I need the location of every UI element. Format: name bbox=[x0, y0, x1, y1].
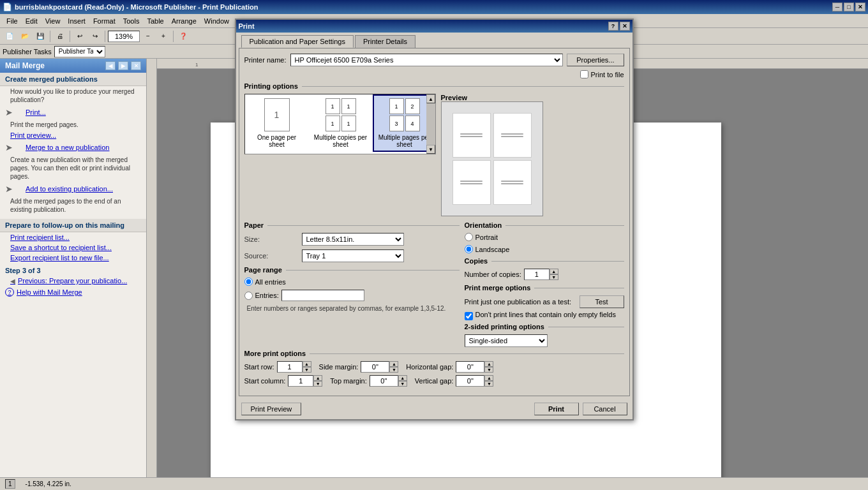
orientation-divider: Orientation bbox=[465, 221, 624, 229]
start-row-up[interactable]: ▲ bbox=[303, 361, 311, 367]
h-gap-down[interactable]: ▼ bbox=[484, 367, 493, 373]
v-gap-up[interactable]: ▲ bbox=[484, 375, 493, 381]
entries-hint: Enter numbers or ranges separated by com… bbox=[244, 305, 460, 312]
start-row-spinner: ▲ ▼ bbox=[277, 361, 311, 373]
landscape-radio[interactable] bbox=[465, 245, 473, 253]
tab-content-publication: Printer name: HP Officejet 6500 E709a Se… bbox=[239, 48, 630, 396]
print-to-file-checkbox[interactable] bbox=[580, 70, 588, 78]
print-to-file-row: Print to file bbox=[244, 70, 624, 78]
printer-name-select[interactable]: HP Officejet 6500 E709a Series bbox=[290, 54, 564, 66]
paper-source-select[interactable]: Tray 1 bbox=[302, 249, 404, 262]
print-option-one-page[interactable]: 1 One page per sheet bbox=[245, 94, 309, 152]
sided-title: 2-sided printing options bbox=[465, 323, 544, 330]
copies-input[interactable] bbox=[524, 269, 550, 280]
start-row-input[interactable] bbox=[277, 361, 303, 373]
preview-page-1 bbox=[453, 113, 491, 158]
copies-down-button[interactable]: ▼ bbox=[550, 274, 558, 280]
copies-spinner: ▲ ▼ bbox=[524, 269, 558, 280]
cancel-button[interactable]: Cancel bbox=[583, 403, 627, 415]
dialog-tabs: Publication and Paper Settings Printer D… bbox=[236, 33, 632, 48]
copies-group: Copies Number of copies: ▲ ▼ bbox=[465, 257, 624, 280]
print-option-multi-copy[interactable]: 1 1 1 1 Multiple copies per sheet bbox=[309, 94, 373, 152]
tab-printer-details[interactable]: Printer Details bbox=[355, 35, 415, 48]
preview-page-3 bbox=[453, 160, 491, 205]
top-margin-down[interactable]: ▼ bbox=[398, 381, 407, 387]
side-margin-label: Side margin: bbox=[319, 363, 359, 371]
entries-input[interactable] bbox=[281, 290, 364, 301]
all-entries-radio[interactable] bbox=[244, 278, 253, 286]
h-gap-label: Horizontal gap: bbox=[406, 363, 453, 371]
preview-label: Preview bbox=[441, 94, 620, 101]
sided-select[interactable]: Single-sided bbox=[465, 334, 548, 347]
paper-line bbox=[267, 225, 459, 226]
entries-label: Entries: bbox=[255, 292, 279, 299]
dialog-title-controls: ? ✕ bbox=[608, 22, 630, 31]
start-col-spinner: ▲ ▼ bbox=[288, 375, 322, 387]
h-gap-up[interactable]: ▲ bbox=[484, 361, 493, 367]
middle-section: Paper Size: Letter 8.5x11in. Source: bbox=[244, 221, 624, 347]
portrait-radio[interactable] bbox=[465, 233, 473, 241]
dialog-help-button[interactable]: ? bbox=[608, 22, 618, 31]
top-margin-btns: ▲ ▼ bbox=[398, 375, 407, 387]
dialog-close-button[interactable]: ✕ bbox=[620, 22, 630, 31]
copies-divider: Copies bbox=[465, 257, 624, 265]
printing-options-line bbox=[302, 86, 624, 87]
v-gap-down[interactable]: ▼ bbox=[484, 381, 493, 387]
scroll-down-button[interactable]: ▼ bbox=[426, 145, 435, 154]
printing-options-label: Printing options bbox=[244, 82, 298, 90]
top-margin-up[interactable]: ▲ bbox=[398, 375, 407, 381]
dialog-footer: Print Preview Print Cancel bbox=[236, 399, 632, 419]
print-merge-divider: Print merge options bbox=[465, 284, 624, 292]
tab-publication-paper[interactable]: Publication and Paper Settings bbox=[241, 35, 354, 48]
preview-line-7 bbox=[501, 181, 523, 182]
paper-title: Paper bbox=[244, 221, 264, 229]
side-margin-up[interactable]: ▲ bbox=[389, 361, 398, 367]
print-button[interactable]: Print bbox=[534, 403, 579, 415]
start-row-down[interactable]: ▼ bbox=[303, 367, 311, 373]
h-gap-row: Horizontal gap: ▲ ▼ bbox=[406, 361, 493, 373]
print-merge-line bbox=[534, 288, 624, 288]
scroll-track bbox=[426, 103, 435, 145]
preview-line-8 bbox=[501, 183, 523, 184]
start-col-row: Start column: ▲ ▼ bbox=[244, 375, 323, 387]
copies-title: Copies bbox=[465, 257, 488, 265]
more-options-title: More print options bbox=[244, 350, 306, 357]
dialog-overlay: Print ? ✕ Publication and Paper Settings… bbox=[0, 0, 868, 490]
page-range-group: Page range All entries Entries: Ent bbox=[244, 266, 460, 312]
scroll-up-button[interactable]: ▲ bbox=[426, 94, 435, 103]
preview-line-2 bbox=[460, 136, 483, 137]
side-margin-down[interactable]: ▼ bbox=[389, 367, 398, 373]
properties-button[interactable]: Properties... bbox=[567, 54, 624, 66]
v-gap-label: Vertical gap: bbox=[415, 377, 454, 385]
paper-source-row: Source: Tray 1 bbox=[244, 249, 460, 262]
v-gap-input[interactable] bbox=[456, 375, 484, 387]
orientation-line bbox=[505, 225, 624, 226]
print-preview-button[interactable]: Print Preview bbox=[241, 403, 302, 415]
start-col-input[interactable] bbox=[288, 375, 313, 387]
printer-name-label: Printer name: bbox=[244, 56, 287, 64]
sided-printing-group: 2-sided printing options Single-sided bbox=[465, 323, 624, 347]
one-page-icon: 1 bbox=[264, 98, 290, 131]
entries-radio[interactable] bbox=[244, 292, 253, 300]
top-margin-spinner: ▲ ▼ bbox=[370, 375, 407, 387]
start-col-up[interactable]: ▲ bbox=[313, 375, 322, 381]
just-one-row: Print just one publication as a test: Te… bbox=[465, 295, 624, 308]
top-margin-input[interactable] bbox=[370, 375, 398, 387]
copies-spinner-btns: ▲ ▼ bbox=[550, 269, 558, 280]
paper-size-select[interactable]: Letter 8.5x11in. bbox=[302, 233, 404, 246]
entries-row: Entries: bbox=[244, 290, 460, 301]
copies-up-button[interactable]: ▲ bbox=[550, 269, 558, 274]
print-merge-title: Print merge options bbox=[465, 284, 531, 292]
printer-name-row: Printer name: HP Officejet 6500 E709a Se… bbox=[244, 54, 624, 66]
portrait-row: Portrait bbox=[465, 233, 624, 241]
h-gap-spinner: ▲ ▼ bbox=[456, 361, 493, 373]
dialog-title-bar: Print ? ✕ bbox=[236, 20, 632, 33]
dialog-title-text: Print bbox=[239, 22, 255, 30]
dont-print-checkbox[interactable] bbox=[465, 312, 473, 320]
start-col-down[interactable]: ▼ bbox=[313, 381, 322, 387]
h-gap-input[interactable] bbox=[456, 361, 484, 373]
side-margin-input[interactable] bbox=[361, 361, 389, 373]
all-entries-row: All entries bbox=[244, 278, 460, 286]
page-range-title: Page range bbox=[244, 266, 282, 274]
test-button[interactable]: Test bbox=[580, 295, 624, 308]
